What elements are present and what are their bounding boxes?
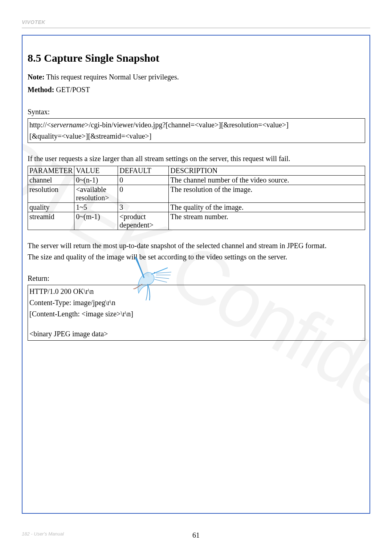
syntax-line-2: [&quality=<value>][&streamid=<value>] [29, 131, 363, 142]
return-line: [Content-Length: <image size>\r\n] [29, 308, 363, 320]
note-text: This request requires Normal User privil… [45, 73, 179, 81]
page: VIVOTEK VIVOTEK Confidential [0, 0, 392, 554]
footer-left: 182 - User's Manual [22, 531, 64, 537]
table-row: channel 0~(n-1) 0 The channel number of … [28, 176, 365, 185]
header-bar: VIVOTEK [22, 19, 370, 28]
th-default: DEFAULT [118, 166, 169, 176]
th-description: DESCRIPTION [169, 166, 365, 176]
pre-table-text: If the user requests a size larger than … [28, 153, 365, 164]
brand-logo: VIVOTEK [22, 19, 45, 25]
method-line: Method: GET/POST [28, 84, 365, 95]
table-row: resolution <available resolution> 0 The … [28, 185, 365, 203]
footer: 182 - User's Manual 61 [22, 531, 370, 537]
th-value: VALUE [74, 166, 118, 176]
syntax-box: http://<servername>/cgi-bin/viewer/video… [28, 118, 365, 143]
method-label: Method: [28, 86, 54, 94]
post-table-text-1: The server will return the most up-to-da… [28, 240, 365, 251]
note-line: Note: This request requires Normal User … [28, 71, 365, 83]
content-frame: VIVOTEK Confidential 8.5 Capt [22, 35, 370, 514]
return-line: HTTP/1.0 200 OK\r\n [29, 286, 363, 297]
method-text: GET/POST [54, 86, 90, 94]
table-row: streamid 0~(m-1) <product dependent> The… [28, 212, 365, 230]
return-label: Return: [28, 273, 365, 284]
post-table-text-2: The size and quality of the image will b… [28, 251, 365, 263]
section-title: 8.5 Capture Single Snapshot [28, 52, 365, 64]
content-body: 8.5 Capture Single Snapshot Note: This r… [28, 52, 365, 341]
footer-page-number: 61 [192, 531, 200, 539]
return-line [29, 320, 363, 328]
return-line: <binary JPEG image data> [29, 328, 363, 340]
return-line: Content-Type: image/jpeg\r\n [29, 297, 363, 308]
table-header-row: PARAMETER VALUE DEFAULT DESCRIPTION [28, 166, 365, 176]
return-box: HTTP/1.0 200 OK\r\n Content-Type: image/… [28, 285, 365, 341]
note-label: Note: [28, 73, 45, 81]
table-row: quality 1~5 3 The quality of the image. [28, 203, 365, 212]
syntax-label: Syntax: [28, 106, 365, 118]
th-parameter: PARAMETER [28, 166, 74, 176]
servername-placeholder: servername [51, 121, 85, 129]
syntax-line-1: http://<servername>/cgi-bin/viewer/video… [29, 119, 363, 131]
parameters-table: PARAMETER VALUE DEFAULT DESCRIPTION chan… [28, 166, 365, 230]
